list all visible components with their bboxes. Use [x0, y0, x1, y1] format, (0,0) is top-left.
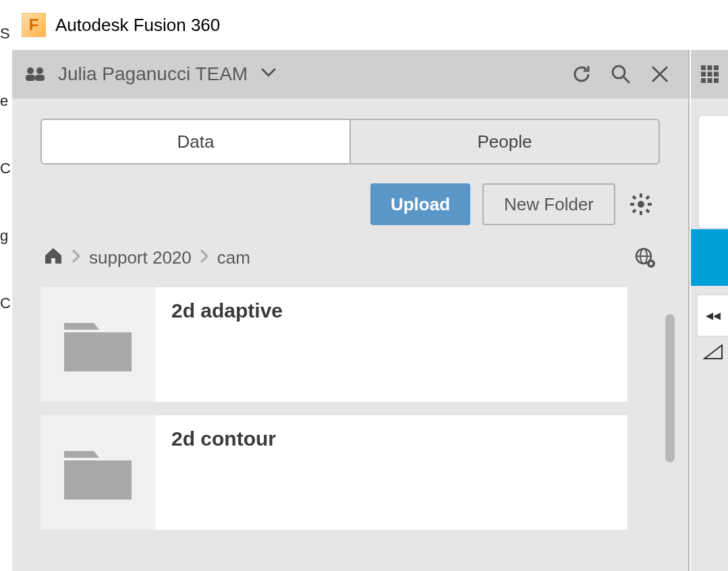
breadcrumb: support 2020 cam	[40, 245, 660, 270]
svg-rect-27	[707, 65, 712, 70]
svg-rect-26	[701, 65, 706, 70]
folder-icon	[40, 415, 155, 530]
scrollbar-thumb[interactable]	[665, 314, 675, 462]
svg-point-8	[638, 201, 644, 208]
svg-rect-2	[26, 75, 35, 81]
upload-button[interactable]: Upload	[370, 183, 470, 225]
svg-rect-30	[707, 72, 712, 77]
fusion360-logo-icon: F	[22, 13, 46, 37]
cropped-panel-fragment	[698, 115, 728, 229]
cropped-left-edge: S e C g C	[0, 0, 12, 571]
title-bar: F Autodesk Fusion 360	[12, 0, 220, 50]
breadcrumb-item-support-2020[interactable]: support 2020	[89, 247, 192, 268]
team-icon	[24, 66, 47, 82]
svg-rect-31	[714, 72, 719, 77]
cropped-triangle-icon	[703, 344, 728, 363]
home-icon[interactable]	[43, 246, 63, 270]
svg-rect-24	[64, 460, 132, 500]
search-button[interactable]	[605, 58, 637, 90]
chevron-right-icon	[200, 247, 209, 268]
panel-body: Data People Upload New Folder support 20…	[12, 98, 688, 571]
svg-rect-3	[35, 75, 45, 81]
panel-header: Julia Paganucci TEAM	[12, 50, 688, 98]
action-row: Upload New Folder	[40, 183, 660, 225]
chevron-right-icon	[72, 247, 81, 268]
team-name[interactable]: Julia Paganucci TEAM	[58, 63, 248, 85]
data-panel: Julia Paganucci TEAM Data People Upload …	[12, 50, 690, 571]
svg-line-14	[646, 210, 649, 212]
svg-line-13	[633, 196, 636, 199]
show-data-panel-button[interactable]	[691, 50, 728, 98]
svg-rect-28	[714, 65, 719, 70]
chevron-down-icon[interactable]	[261, 68, 276, 80]
svg-line-5	[623, 77, 629, 83]
svg-line-15	[633, 210, 636, 212]
svg-line-16	[646, 196, 649, 199]
svg-rect-34	[714, 78, 719, 83]
svg-rect-22	[64, 332, 132, 371]
folder-name: 2d contour	[155, 415, 627, 530]
svg-rect-32	[701, 78, 706, 83]
refresh-button[interactable]	[565, 58, 598, 90]
data-people-tabs: Data People	[40, 119, 660, 164]
folder-list: 2d adaptive 2d contour	[40, 287, 660, 530]
folder-name: 2d adaptive	[155, 287, 627, 402]
svg-marker-25	[64, 451, 99, 458]
svg-point-4	[613, 66, 625, 78]
tab-people[interactable]: People	[351, 120, 659, 163]
svg-point-21	[650, 262, 653, 266]
folder-icon	[40, 287, 155, 402]
folder-item[interactable]: 2d adaptive	[40, 287, 627, 402]
settings-button[interactable]	[627, 191, 654, 218]
open-on-web-button[interactable]	[633, 245, 657, 270]
svg-point-1	[36, 67, 43, 74]
svg-marker-23	[64, 323, 99, 330]
svg-rect-29	[701, 72, 706, 77]
folder-item[interactable]: 2d contour	[40, 415, 627, 530]
svg-point-0	[27, 67, 34, 74]
tab-data[interactable]: Data	[42, 120, 351, 163]
new-folder-button[interactable]: New Folder	[482, 183, 615, 225]
breadcrumb-item-cam[interactable]: cam	[217, 247, 250, 268]
close-button[interactable]	[644, 58, 676, 90]
rewind-button[interactable]: ◂◂	[696, 294, 728, 337]
right-cropped-strip: ◂◂	[691, 50, 728, 571]
app-title: Autodesk Fusion 360	[55, 15, 220, 36]
cropped-selected-row	[691, 229, 728, 286]
svg-rect-33	[707, 78, 712, 83]
